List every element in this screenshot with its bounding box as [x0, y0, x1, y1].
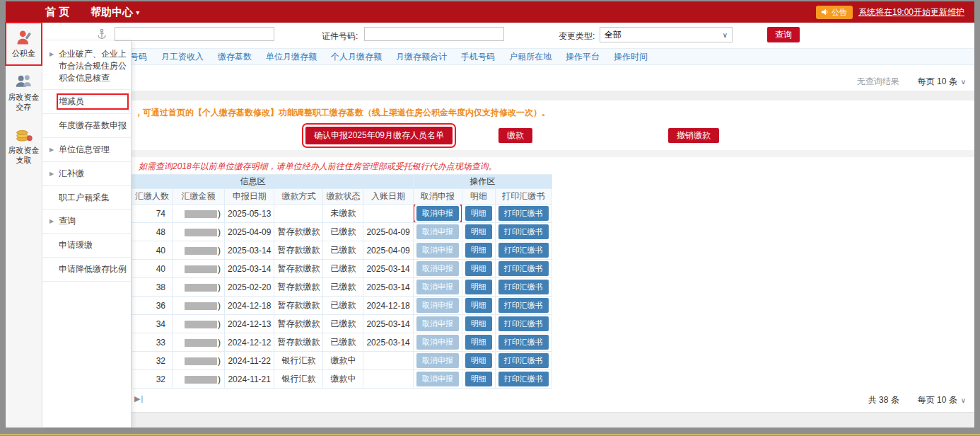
print-remit-doc-button[interactable]: 打印汇缴书	[498, 372, 549, 386]
print-remit-doc-button[interactable]: 打印汇缴书	[498, 335, 549, 350]
pay-status-cell: 已缴款	[323, 278, 363, 297]
cancel-declare-button[interactable]: 取消申报	[416, 335, 459, 350]
cancel-declare-button-cell: 取消申报	[413, 241, 462, 260]
cancel-declare-button[interactable]: 取消申报	[416, 316, 459, 331]
cancel-declare-button[interactable]: 取消申报	[416, 280, 459, 294]
print-remit-doc-button[interactable]: 打印汇缴书	[498, 353, 549, 368]
detail-button-cell: 明细	[462, 333, 495, 352]
masked-amount	[185, 321, 217, 328]
menu-item-8[interactable]: 申请降低缴存比例	[42, 258, 131, 282]
maintenance-notice: 公告 系统将在19:00开始更新维护	[816, 6, 974, 19]
menu-item-7[interactable]: 申请缓缴	[42, 234, 131, 258]
change-type-select[interactable]: 全部 ∨	[600, 27, 733, 42]
results-column-header: 户籍所在地	[509, 51, 552, 63]
detail-button[interactable]: 明细	[465, 206, 492, 221]
page-size-select[interactable]: 每页 10 条 ∨	[918, 76, 966, 88]
entry-date-cell: 2025-03-14	[363, 278, 413, 297]
print-remit-doc-button[interactable]: 打印汇缴书	[498, 224, 549, 239]
remit-amount-cell: )	[173, 223, 225, 241]
group-header-ops: 操作区	[413, 175, 552, 189]
detail-button[interactable]: 明细	[465, 280, 492, 294]
cancel-declare-button[interactable]: 取消申报	[416, 261, 459, 276]
table-row: 034)2024-12-13暂存款缴款已缴款2025-03-14取消申报明细打印…	[93, 315, 552, 333]
remit-amount-cell: )	[173, 370, 225, 389]
confirm-declare-button[interactable]: 确认申报2025年09月缴存人员名单	[305, 127, 453, 144]
remit-amount-cell: )	[173, 297, 225, 315]
menu-item-1[interactable]: 增减员	[42, 90, 131, 114]
cancel-declare-button[interactable]: 取消申报	[416, 224, 459, 239]
menu-item-6[interactable]: ▶查询	[42, 210, 131, 234]
id-number-input[interactable]	[364, 27, 504, 41]
cancel-declare-button-cell: 取消申报	[413, 370, 462, 389]
entry-date-cell: 2025-04-09	[363, 241, 413, 260]
results-column-header: 月工资收入	[161, 51, 204, 63]
cancel-declare-button-cell: 取消申报	[413, 352, 462, 370]
nav-help-center[interactable]: 帮助中心 ▾	[91, 6, 139, 19]
expand-arrow-icon: ▶	[49, 217, 57, 225]
remit-amount-cell: )	[173, 260, 225, 278]
menu-item-label: 查询	[59, 215, 127, 227]
cancel-declare-button[interactable]: 取消申报	[416, 206, 459, 221]
remit-amount-cell: )	[173, 315, 225, 333]
page-size-select[interactable]: 每页 10 条 ∨	[918, 394, 966, 406]
separator-band	[42, 91, 974, 101]
pay-button[interactable]: 缴款	[498, 128, 532, 143]
detail-button[interactable]: 明细	[465, 224, 492, 239]
query-button[interactable]: 查询	[767, 27, 800, 42]
detail-button[interactable]: 明细	[465, 372, 492, 386]
nav-home[interactable]: 首 页	[45, 6, 69, 19]
print-remit-doc-button-cell: 打印汇缴书	[495, 297, 552, 315]
print-remit-doc-button[interactable]: 打印汇缴书	[498, 243, 549, 258]
expand-arrow-icon: ▶	[49, 146, 57, 154]
print-remit-doc-button[interactable]: 打印汇缴书	[498, 206, 549, 221]
print-remit-doc-button[interactable]: 打印汇缴书	[498, 298, 549, 313]
masked-amount	[185, 339, 217, 347]
anchor-pin-icon[interactable]	[97, 28, 107, 42]
print-remit-doc-button-cell: 打印汇缴书	[495, 352, 552, 370]
print-remit-doc-button[interactable]: 打印汇缴书	[498, 261, 549, 276]
module-sidebar: 公积金 房改资金交存 房改资金支取	[6, 23, 42, 428]
menu-item-5[interactable]: 职工户籍采集	[42, 186, 131, 210]
amount-suffix: )	[218, 264, 221, 274]
table-column-header: 明细	[462, 189, 495, 205]
detail-button[interactable]: 明细	[465, 261, 492, 276]
sidebar-item-fangai-jiaocun[interactable]: 房改资金交存	[8, 69, 39, 116]
pay-method-cell: 暂存款缴款	[274, 333, 323, 352]
pay-method-cell: 暂存款缴款	[274, 278, 323, 297]
cancel-declare-button[interactable]: 取消申报	[416, 353, 459, 368]
cancel-declare-button-cell: 取消申报	[413, 315, 462, 333]
entry-date-cell	[363, 370, 413, 389]
sidebar-item-gongjijin[interactable]: 公积金	[8, 25, 39, 62]
change-type-label: 变更类型:	[559, 30, 595, 42]
detail-button-cell: 明细	[462, 278, 495, 297]
speaker-icon	[822, 8, 829, 16]
detail-button[interactable]: 明细	[465, 353, 492, 368]
menu-item-3[interactable]: ▶单位信息管理	[42, 138, 131, 162]
menu-item-2[interactable]: 年度缴存基数申报	[42, 114, 131, 138]
detail-button[interactable]: 明细	[465, 335, 492, 350]
detail-button-cell: 明细	[462, 223, 495, 241]
maintenance-notice-link[interactable]: 系统将在19:00开始更新维护	[858, 6, 964, 18]
menu-item-4[interactable]: ▶汇补缴	[42, 162, 131, 186]
remit-people-cell: 32	[132, 352, 173, 370]
pagination-last-page-icon[interactable]: ▶|	[134, 394, 144, 403]
masked-amount	[185, 265, 217, 273]
sidebar-item-fangai-zhiqu[interactable]: 房改资金支取	[8, 122, 39, 169]
detail-button[interactable]: 明细	[465, 316, 492, 331]
detail-button[interactable]: 明细	[465, 298, 492, 313]
print-remit-doc-button[interactable]: 打印汇缴书	[498, 316, 549, 331]
first-search-input[interactable]	[115, 27, 274, 41]
results-header-row: 证件号码月工资收入缴存基数单位月缴存额个人月缴存额月缴存额合计手机号码户籍所在地…	[42, 48, 974, 65]
entry-date-cell: 2024-12-18	[363, 297, 413, 315]
menu-item-0[interactable]: ▶企业破产、企业上市合法合规住房公积金信息核查	[42, 42, 131, 90]
cancel-declare-button[interactable]: 取消申报	[416, 243, 459, 258]
chevron-down-icon: ∨	[961, 78, 966, 86]
print-remit-doc-button[interactable]: 打印汇缴书	[498, 280, 549, 294]
cancel-pay-button[interactable]: 撤销缴款	[668, 128, 719, 143]
cancel-declare-button[interactable]: 取消申报	[416, 298, 459, 313]
masked-amount	[185, 229, 217, 236]
remit-people-cell: 48	[132, 223, 173, 241]
cancel-declare-button[interactable]: 取消申报	[416, 372, 459, 386]
detail-button[interactable]: 明细	[465, 243, 492, 258]
entry-date-cell: 2025-03-14	[363, 260, 413, 278]
